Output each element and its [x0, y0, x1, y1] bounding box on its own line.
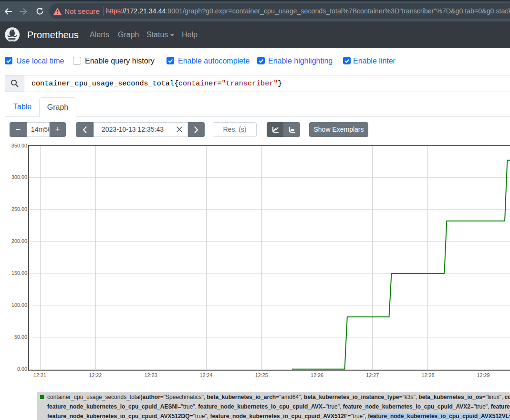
svg-text:0.00: 0.00: [17, 366, 27, 372]
svg-text:350.00: 350.00: [11, 143, 27, 148]
svg-text:12:25: 12:25: [255, 372, 268, 378]
svg-text:150.00: 150.00: [11, 270, 27, 276]
svg-text:12:21: 12:21: [33, 372, 46, 378]
svg-text:12:27: 12:27: [366, 372, 379, 378]
svg-text:12:24: 12:24: [200, 372, 213, 378]
svg-text:100.00: 100.00: [11, 302, 27, 308]
svg-text:250.00: 250.00: [11, 206, 27, 212]
svg-text:200.00: 200.00: [11, 238, 27, 244]
svg-text:50.00: 50.00: [14, 334, 27, 340]
svg-text:12:23: 12:23: [144, 372, 157, 378]
svg-text:12:26: 12:26: [311, 372, 323, 378]
svg-text:12:28: 12:28: [421, 372, 434, 378]
svg-text:12:22: 12:22: [89, 372, 102, 378]
svg-text:300.00: 300.00: [11, 174, 27, 180]
svg-text:12:29: 12:29: [477, 372, 490, 378]
